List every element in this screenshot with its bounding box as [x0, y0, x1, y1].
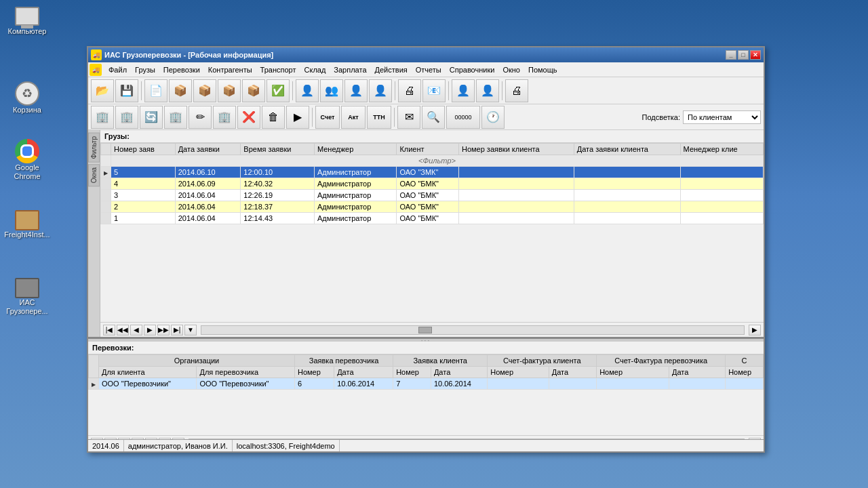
tb2-play-button[interactable]: ▶	[286, 106, 309, 129]
row4-client-num	[458, 201, 574, 213]
table-row[interactable]: 5 2014.06.10 12:00.10 Администратор ОАО …	[101, 167, 764, 178]
tb-user3-button[interactable]: 👤	[344, 79, 368, 102]
tb2-refresh-button[interactable]: 🔄	[140, 106, 163, 129]
menu-file[interactable]: Файл	[104, 64, 131, 75]
tb2-mail-button[interactable]: ✉	[397, 106, 420, 129]
nav-next2-button[interactable]: ▶▶	[157, 325, 170, 336]
top-scrollbar[interactable]	[201, 325, 745, 335]
tb2-edit-button[interactable]: ✏	[189, 106, 212, 129]
tb2-counter-button[interactable]: 00000	[446, 106, 480, 129]
row1-date: 2014.06.10	[175, 167, 241, 178]
bot-col-org-client: Для клиента	[99, 367, 197, 378]
filter-tab[interactable]: Фильтр	[88, 133, 100, 163]
tb-box3-button[interactable]: 📦	[218, 79, 241, 102]
tb-save-button[interactable]: 💾	[115, 79, 138, 102]
tb2-search-button[interactable]: 🔍	[422, 106, 445, 129]
bot-row1-inv-client-date	[549, 378, 596, 390]
tb2-schet-button[interactable]: Счет	[315, 106, 340, 129]
menu-pomoshch[interactable]: Помощь	[524, 64, 561, 75]
menu-perevozki[interactable]: Перевозки	[159, 64, 204, 75]
tb2-building1-button[interactable]: 🏢	[91, 106, 114, 129]
tb-mail-button[interactable]: 📧	[422, 79, 446, 102]
tb-user5-button[interactable]: 👤	[452, 79, 475, 102]
row3-client: ОАО "БМК"	[397, 190, 459, 201]
bot-col-carrier-order: Заявка перевозчика	[294, 355, 393, 367]
menu-otchety[interactable]: Отчеты	[412, 64, 446, 75]
col-client-num: Номер заявки клиента	[458, 144, 574, 155]
bot-col-inv-carrier-date: Дата	[669, 367, 726, 378]
tb2-trash-button[interactable]: 🗑	[262, 106, 285, 129]
tb2-delete-button[interactable]: ❌	[237, 106, 260, 129]
tb-open-button[interactable]: 📂	[91, 79, 114, 102]
row2-manager: Администратор	[314, 178, 396, 190]
nav-filter-button[interactable]: ▼	[184, 325, 197, 336]
desktop-icon-freight[interactable]: Freight4Inst...	[3, 210, 51, 239]
tb2-clock-button[interactable]: 🕐	[481, 106, 505, 129]
row1-client-date	[574, 167, 680, 178]
desktop-icon-computer[interactable]: Компьютер	[3, 7, 51, 36]
menu-okno[interactable]: Окно	[498, 64, 524, 75]
table-row[interactable]: 3 2014.06.04 12:26.19 Администратор ОАО …	[101, 190, 764, 201]
toolbar-2: 🏢 🏢 🔄 🏢 ✏ 🏢 ❌ 🗑 ▶ Счет Акт ТТН ✉ 🔍 00000…	[88, 104, 764, 130]
bot-table-row[interactable]: ООО "Перевозчики" ООО "Перевозчики" 6 10…	[89, 378, 764, 390]
tb2-ttn-button[interactable]: ТТН	[367, 106, 391, 129]
bottom-pane: Перевозки: Организации Заявка перевозчик…	[88, 342, 764, 450]
toolbar-sep-3	[395, 81, 395, 100]
table-row[interactable]: 2 2014.06.04 12:18.37 Администратор ОАО …	[101, 201, 764, 213]
tb-box2-button[interactable]: 📦	[193, 79, 216, 102]
tb-user4-button[interactable]: 👤	[369, 79, 392, 102]
app-icon: 🚚	[91, 49, 102, 60]
top-data-grid[interactable]: Номер заяв Дата заявки Время заявки Мене…	[100, 143, 764, 322]
tb-new-button[interactable]: 📄	[144, 79, 167, 102]
toolbar2-sep-2	[394, 108, 395, 127]
nav-first-button[interactable]: |◀	[103, 325, 115, 336]
desktop-icon-recycle[interactable]: ♻ Корзина	[3, 81, 51, 115]
bot-col-client-order: Заявка клиента	[393, 355, 488, 367]
bottom-data-grid[interactable]: Организации Заявка перевозчика Заявка кл…	[88, 354, 764, 435]
tb-user2-button[interactable]: 👥	[320, 79, 343, 102]
menu-transport[interactable]: Транспорт	[256, 64, 300, 75]
minimize-button[interactable]: _	[726, 50, 736, 60]
menu-kontragenty[interactable]: Контрагенты	[204, 64, 256, 75]
tb2-akt-button[interactable]: Акт	[341, 106, 366, 129]
podsveta-select[interactable]: По клиентам По перевозчикам По статусу	[683, 110, 761, 124]
menu-spravochniki[interactable]: Справочники	[446, 64, 499, 75]
status-bar: 2014.06 администратор, Иванов И.И. local…	[88, 439, 764, 451]
podsveta-label: Подсветка:	[642, 113, 680, 121]
tb2-building4-button[interactable]: 🏢	[213, 106, 236, 129]
top-grid-area: Грузы: Номер заяв Дата заявки Время заяв…	[100, 130, 764, 337]
menu-sklad[interactable]: Склад	[300, 64, 330, 75]
nav-scroll-right-button[interactable]: ▶	[749, 325, 761, 336]
nav-prev-button[interactable]: ◀	[130, 325, 142, 336]
desktop-icon-iac[interactable]: ИАС Грузопере...	[3, 278, 51, 316]
content-area: Фильтр Окна Грузы: Номер заяв Дата заявк…	[88, 130, 764, 450]
tb-box4-button[interactable]: 📦	[242, 79, 265, 102]
restore-button[interactable]: □	[738, 50, 749, 60]
tb-user1-button[interactable]: 👤	[296, 79, 319, 102]
nav-next-button[interactable]: ▶	[144, 325, 156, 336]
menu-zarplata[interactable]: Зарплата	[330, 64, 370, 75]
table-row[interactable]: 4 2014.06.09 12:40.32 Администратор ОАО …	[101, 178, 764, 190]
row5-client: ОАО "БМК"	[397, 213, 459, 224]
tb-print2-button[interactable]: 🖨	[505, 79, 528, 102]
tb-add-button[interactable]: 📦	[169, 79, 192, 102]
tb-print-button[interactable]: 🖨	[398, 79, 421, 102]
table-row[interactable]: 1 2014.06.04 12:14.43 Администратор ОАО …	[101, 213, 764, 224]
bot-col-inv-client-date: Дата	[549, 367, 596, 378]
bot-row-arrow	[89, 378, 99, 390]
row5-num: 1	[111, 213, 176, 224]
bot-col-carrier-date: Дата	[334, 367, 393, 378]
tb-check-button[interactable]: ✅	[267, 79, 290, 102]
nav-last-button[interactable]: ▶|	[171, 325, 183, 336]
close-button[interactable]: ✕	[750, 50, 761, 60]
podsveta-section: Подсветка: По клиентам По перевозчикам П…	[642, 110, 761, 124]
tb2-building3-button[interactable]: 🏢	[164, 106, 187, 129]
tb-user6-button[interactable]: 👤	[476, 79, 499, 102]
menu-deystviya[interactable]: Действия	[371, 64, 412, 75]
nav-prev2-button[interactable]: ◀◀	[117, 325, 129, 336]
okna-tab[interactable]: Окна	[88, 164, 100, 186]
tb2-building2-button[interactable]: 🏢	[115, 106, 138, 129]
row1-client: ОАО "ЗМК"	[397, 167, 459, 178]
menu-gruz[interactable]: Грузы	[131, 64, 159, 75]
desktop-icon-chrome[interactable]: Google Chrome	[3, 139, 51, 181]
